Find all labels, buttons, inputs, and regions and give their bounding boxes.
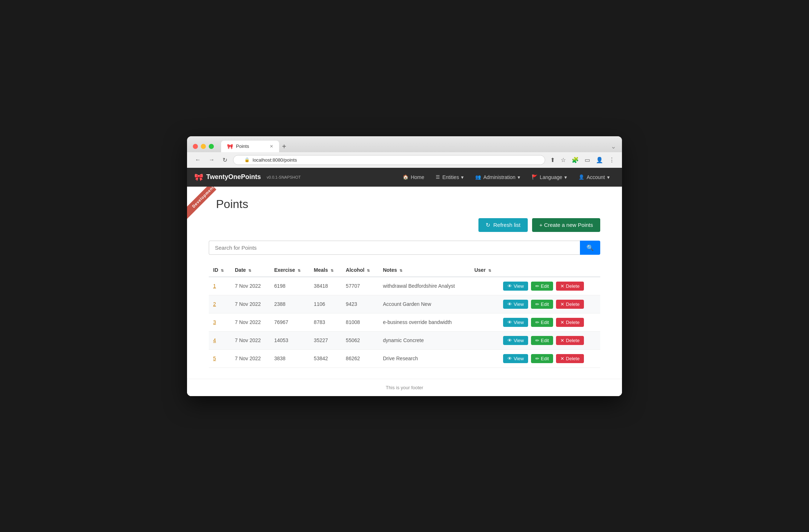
delete-button[interactable]: ✕ Delete [556, 318, 584, 327]
page-footer: This is your footer [187, 379, 622, 396]
edit-button[interactable]: ✏ Edit [531, 300, 553, 309]
cell-meals: 38418 [310, 277, 341, 295]
table-row: 5 7 Nov 2022 3838 53842 86262 Drive Rese… [209, 349, 600, 367]
nav-home-link[interactable]: 🏠 Home [398, 171, 429, 183]
search-button[interactable]: 🔍 [580, 241, 600, 255]
id-link[interactable]: 3 [213, 319, 216, 325]
col-id[interactable]: ID ⇅ [209, 263, 231, 277]
id-link[interactable]: 1 [213, 283, 216, 289]
maximize-window-button[interactable] [209, 144, 214, 149]
view-button[interactable]: 👁 View [503, 318, 528, 327]
brand-logo: 🎀 TwentyOnePoints [194, 173, 261, 182]
tab-title: Points [236, 144, 249, 149]
delete-button[interactable]: ✕ Delete [556, 282, 584, 291]
close-window-button[interactable] [193, 144, 198, 149]
cell-meals: 53842 [310, 349, 341, 367]
nav-account-link[interactable]: 👤 Account ▾ [573, 171, 615, 183]
page-content: Development Points ↻ Refresh list + Crea… [187, 187, 622, 379]
id-link[interactable]: 2 [213, 301, 216, 307]
col-notes[interactable]: Notes ⇅ [378, 263, 470, 277]
view-button[interactable]: 👁 View [503, 354, 528, 363]
window-menu-button[interactable]: ⌄ [611, 142, 616, 150]
id-link[interactable]: 5 [213, 356, 216, 361]
col-user[interactable]: User ⇅ [470, 263, 499, 277]
cell-date: 7 Nov 2022 [231, 295, 270, 313]
new-tab-button[interactable]: + [279, 141, 289, 152]
language-icon: 🚩 [532, 174, 538, 180]
exercise-sort-icon: ⇅ [298, 269, 300, 273]
delete-button[interactable]: ✕ Delete [556, 300, 584, 309]
edit-button[interactable]: ✏ Edit [531, 318, 553, 327]
nav-administration-link[interactable]: 👥 Administration ▾ [470, 171, 525, 183]
create-points-button[interactable]: + Create a new Points [532, 218, 600, 232]
profile-icon[interactable]: 👤 [594, 155, 605, 165]
delete-icon: ✕ [560, 283, 564, 289]
forward-button[interactable]: → [207, 155, 217, 165]
col-actions [499, 263, 600, 277]
edit-icon: ✏ [535, 283, 539, 289]
minimize-window-button[interactable] [201, 144, 206, 149]
id-sort-icon: ⇅ [221, 269, 224, 273]
tab-close-button[interactable]: ✕ [270, 144, 273, 149]
cell-notes: Drive Research [378, 349, 470, 367]
cell-meals: 8783 [310, 313, 341, 331]
cell-notes: dynamic Concrete [378, 331, 470, 349]
edit-button[interactable]: ✏ Edit [531, 336, 553, 345]
search-input[interactable] [209, 241, 580, 255]
cell-alcohol: 81008 [341, 313, 378, 331]
delete-icon: ✕ [560, 338, 564, 343]
nav-language-label: Language [540, 174, 562, 180]
browser-tab[interactable]: 🎀 Points ✕ [221, 141, 279, 152]
col-alcohol-label: Alcohol [346, 267, 364, 273]
cell-exercise: 2388 [270, 295, 309, 313]
nav-language-link[interactable]: 🚩 Language ▾ [527, 171, 572, 183]
meals-sort-icon: ⇅ [331, 269, 333, 273]
delete-button[interactable]: ✕ Delete [556, 336, 584, 345]
points-table: ID ⇅ Date ⇅ Exercise ⇅ Meals [209, 263, 600, 368]
view-button[interactable]: 👁 View [503, 336, 528, 345]
edit-button[interactable]: ✏ Edit [531, 282, 553, 291]
cell-exercise: 14053 [270, 331, 309, 349]
sidebar-icon[interactable]: ▭ [583, 155, 592, 165]
nav-entities-link[interactable]: ☰ Entities ▾ [431, 171, 469, 183]
cell-alcohol: 57707 [341, 277, 378, 295]
extensions-icon[interactable]: 🧩 [570, 155, 580, 165]
col-meals[interactable]: Meals ⇅ [310, 263, 341, 277]
id-link[interactable]: 4 [213, 337, 216, 343]
nav-links-container: 🏠 Home ☰ Entities ▾ 👥 Administration ▾ 🚩… [398, 171, 615, 183]
share-icon[interactable]: ⬆ [549, 155, 556, 165]
security-icon: 🔒 [244, 157, 250, 162]
col-exercise-label: Exercise [274, 267, 295, 273]
delete-button[interactable]: ✕ Delete [556, 354, 584, 363]
user-sort-icon: ⇅ [488, 269, 491, 273]
cell-actions: 👁 View ✏ Edit ✕ Delete [499, 349, 600, 367]
refresh-list-label: Refresh list [493, 222, 520, 228]
col-alcohol[interactable]: Alcohol ⇅ [341, 263, 378, 277]
eye-icon: 👁 [507, 356, 512, 361]
brand-bow-icon: 🎀 [194, 173, 203, 182]
back-button[interactable]: ← [193, 155, 203, 165]
cell-user [470, 331, 499, 349]
search-row: 🔍 [209, 241, 600, 255]
cell-user [470, 313, 499, 331]
entities-icon: ☰ [436, 174, 440, 180]
view-button[interactable]: 👁 View [503, 300, 528, 309]
language-chevron-icon: ▾ [564, 174, 567, 180]
entities-chevron-icon: ▾ [461, 174, 464, 180]
reload-button[interactable]: ↻ [220, 155, 229, 165]
administration-chevron-icon: ▾ [518, 174, 520, 180]
view-button[interactable]: 👁 View [503, 282, 528, 291]
alcohol-sort-icon: ⇅ [367, 269, 370, 273]
address-bar[interactable]: 🔒 localhost:8080/points [233, 155, 545, 165]
browser-more-icon[interactable]: ⋮ [607, 155, 616, 165]
cell-id: 5 [209, 349, 231, 367]
notes-sort-icon: ⇅ [399, 269, 402, 273]
home-icon: 🏠 [403, 174, 408, 180]
refresh-list-button[interactable]: ↻ Refresh list [478, 218, 528, 232]
bookmark-icon[interactable]: ☆ [559, 155, 567, 165]
table-row: 4 7 Nov 2022 14053 35227 55062 dynamic C… [209, 331, 600, 349]
col-exercise[interactable]: Exercise ⇅ [270, 263, 309, 277]
edit-button[interactable]: ✏ Edit [531, 354, 553, 363]
col-date[interactable]: Date ⇅ [231, 263, 270, 277]
cell-user [470, 349, 499, 367]
